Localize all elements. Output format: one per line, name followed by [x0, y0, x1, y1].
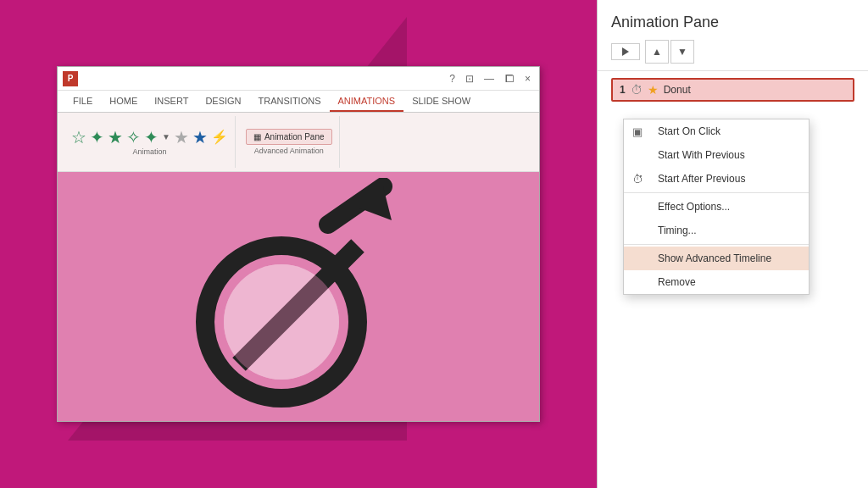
separator-2 — [624, 244, 809, 245]
slide-content-area — [58, 172, 539, 421]
title-bar: P ? ⊡ — ⧠ × — [58, 67, 539, 91]
more-animations-btn[interactable]: ▼ — [162, 132, 170, 141]
anim-item-star-icon: ★ — [648, 83, 659, 97]
tab-insert[interactable]: INSERT — [146, 91, 197, 112]
nav-down-button[interactable]: ▼ — [670, 40, 694, 64]
animation-icons: ☆ ✦ ★ ✧ ✦ ▼ ★ ★ ⚡ — [71, 129, 228, 146]
tab-design[interactable]: DESIGN — [197, 91, 249, 112]
context-menu-start-after-previous[interactable]: ⏱ Start After Previous — [624, 167, 809, 191]
play-all-button[interactable] — [611, 43, 640, 60]
title-controls[interactable]: ? ⊡ — ⧠ × — [446, 73, 534, 85]
title-left: P — [63, 71, 78, 86]
advanced-animation-section: ▦ Animation Pane Advanced Animation — [239, 116, 340, 168]
anim-star-2[interactable]: ✦ — [90, 129, 104, 146]
tab-transitions[interactable]: TRANSITIONS — [250, 91, 330, 112]
context-menu-show-advanced-timeline[interactable]: Show Advanced Timeline — [624, 247, 809, 270]
separator-1 — [624, 192, 809, 193]
tab-slideshow[interactable]: SLIDE SHOW — [403, 91, 479, 112]
effect-options-label: Effect Options... — [658, 201, 730, 213]
tab-animations[interactable]: ANIMATIONS — [330, 91, 404, 112]
minimize-icon[interactable]: — — [481, 73, 498, 85]
start-on-click-icon: ▣ — [632, 125, 643, 138]
maximize-icon[interactable]: ⧠ — [501, 73, 518, 85]
context-menu-start-with-previous[interactable]: Start With Previous — [624, 143, 809, 167]
ribbon-content: ☆ ✦ ★ ✧ ✦ ▼ ★ ★ ⚡ Animation ▦ Animation … — [58, 113, 539, 172]
male-symbol-svg — [188, 178, 409, 415]
anim-star-4[interactable]: ✧ — [126, 129, 141, 146]
animation-pane-btn[interactable]: ▦ Animation Pane — [246, 129, 332, 145]
advanced-animation-label: Advanced Animation — [254, 147, 324, 155]
ribbon-tab-bar: FILE HOME INSERT DESIGN TRANSITIONS ANIM… — [58, 91, 539, 113]
anim-pane-title: Animation Pane — [611, 14, 854, 31]
animation-section: ☆ ✦ ★ ✧ ✦ ▼ ★ ★ ⚡ Animation — [64, 116, 236, 168]
anim-star-gray[interactable]: ★ — [174, 129, 189, 146]
remove-label: Remove — [658, 276, 696, 288]
anim-star-5[interactable]: ✦ — [144, 129, 159, 146]
context-menu: ▣ Start On Click Start With Previous ⏱ S… — [623, 119, 810, 295]
ap-btn-icon: ▦ — [253, 132, 261, 141]
anim-star-blue[interactable]: ★ — [192, 129, 208, 146]
animation-label: Animation — [132, 147, 166, 156]
anim-item-number: 1 — [620, 84, 626, 96]
context-menu-remove[interactable]: Remove — [624, 270, 809, 294]
show-advanced-timeline-label: Show Advanced Timeline — [658, 252, 771, 264]
anim-star-3[interactable]: ★ — [108, 129, 123, 146]
powerpoint-window: P ? ⊡ — ⧠ × FILE HOME INSERT DESIGN TRAN… — [57, 66, 540, 422]
animation-pane-panel: Animation Pane ▲ ▼ 1 ⏱ ★ Donut ▣ Start O… — [597, 0, 868, 488]
pp-logo: P — [63, 71, 78, 86]
start-with-previous-label: Start With Previous — [658, 149, 745, 161]
start-after-previous-label: Start After Previous — [658, 173, 745, 185]
close-icon[interactable]: × — [521, 73, 534, 85]
start-on-click-label: Start On Click — [658, 125, 721, 137]
left-area: P ? ⊡ — ⧠ × FILE HOME INSERT DESIGN TRAN… — [0, 0, 597, 488]
svg-point-5 — [224, 264, 339, 380]
tab-home[interactable]: HOME — [101, 91, 146, 112]
context-menu-start-on-click[interactable]: ▣ Start On Click — [624, 119, 809, 143]
nav-buttons: ▲ ▼ — [645, 40, 694, 64]
animation-item-row[interactable]: 1 ⏱ ★ Donut — [611, 78, 854, 102]
start-after-previous-icon: ⏱ — [632, 173, 643, 186]
slide-content — [58, 172, 539, 421]
anim-pane-controls: ▲ ▼ — [611, 40, 854, 64]
anim-star-1[interactable]: ☆ — [71, 129, 86, 146]
help-icon[interactable]: ? — [446, 73, 459, 85]
restore-icon[interactable]: ⊡ — [462, 73, 477, 85]
play-icon — [622, 47, 629, 56]
ap-btn-label: Animation Pane — [264, 132, 325, 141]
anim-lightning[interactable]: ⚡ — [211, 130, 228, 144]
context-menu-timing[interactable]: Timing... — [624, 219, 809, 242]
anim-item-name: Donut — [664, 84, 846, 96]
anim-item-clock-icon: ⏱ — [631, 83, 643, 97]
context-menu-effect-options[interactable]: Effect Options... — [624, 195, 809, 219]
timing-label: Timing... — [658, 225, 697, 236]
tab-file[interactable]: FILE — [64, 91, 101, 112]
nav-up-button[interactable]: ▲ — [645, 40, 669, 64]
anim-pane-header: Animation Pane ▲ ▼ — [598, 0, 868, 71]
